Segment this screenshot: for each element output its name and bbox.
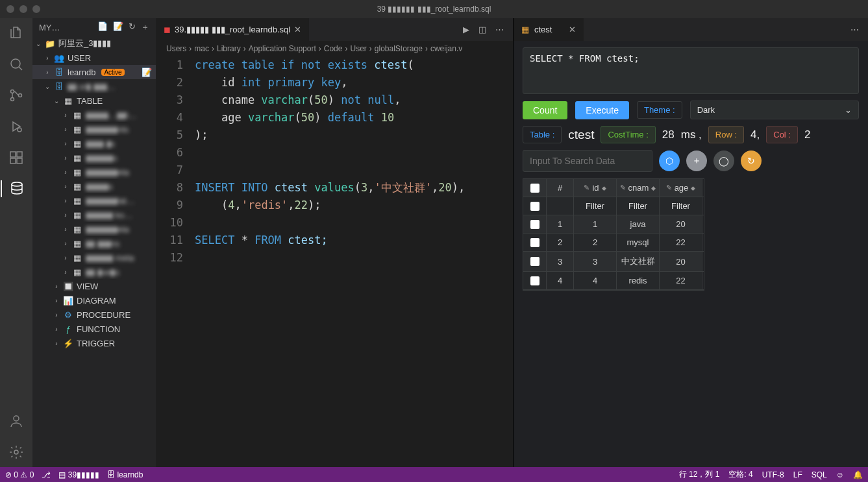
- col-age[interactable]: ✎age◆: [660, 179, 702, 197]
- search-icon[interactable]: [8, 56, 25, 73]
- table-row[interactable]: ›▦▮▮ ▮▮▮ns: [32, 236, 156, 250]
- select-all-checkbox[interactable]: [523, 179, 547, 197]
- add-connection-icon[interactable]: ＋: [141, 21, 149, 33]
- tab-sqlfile[interactable]: ◼ 39.▮▮▮▮▮ ▮▮▮_root_learndb.sql ✕: [156, 18, 309, 41]
- tab-ctest[interactable]: ▦ ctest ✕: [514, 18, 584, 41]
- col-id[interactable]: ✎id◆: [574, 179, 617, 197]
- sql-file-icon: ◼: [164, 25, 171, 34]
- table-row[interactable]: ›▦▮▮▮▮ ▮s: [32, 136, 156, 151]
- diagram-node[interactable]: ›📊DIAGRAM: [32, 293, 156, 307]
- col-index[interactable]: #: [547, 179, 574, 197]
- table-row[interactable]: ›▦▮▮▮▮▮▮▮nts: [32, 122, 156, 136]
- function-node[interactable]: ›ƒFUNCTION: [32, 322, 156, 336]
- table-row[interactable]: ›▦▮▮▮▮▮▮▮lat…: [32, 193, 156, 208]
- close-window-icon[interactable]: [6, 5, 14, 13]
- refresh-icon[interactable]: ↻: [129, 21, 136, 33]
- sidebar: MY… 📄 📝 ↻ ＋ ⌄📁阿里云_3▮▮▮▮ ›👥USER ›🗄learndb…: [32, 18, 156, 467]
- status-errors[interactable]: ⊘ 0 ⚠ 0: [5, 470, 34, 479]
- close-tab-icon[interactable]: ✕: [294, 25, 301, 34]
- status-encoding[interactable]: UTF-8: [762, 470, 784, 479]
- code-content[interactable]: create table if not exists ctest( id int…: [195, 56, 513, 467]
- filter-cell[interactable]: Filter: [660, 197, 702, 215]
- schema-node[interactable]: ⌄🗄▮▮ or▮ ▮▮▮…: [32, 79, 156, 93]
- status-lang[interactable]: SQL: [812, 470, 827, 479]
- execute-button[interactable]: Execute: [575, 101, 629, 119]
- trigger-node[interactable]: ›⚡TRIGGER: [32, 336, 156, 350]
- row-checkbox[interactable]: [523, 272, 547, 289]
- svg-rect-6: [10, 158, 16, 163]
- col-cname[interactable]: ✎cnam◆: [617, 179, 660, 197]
- table-row[interactable]: 1 1 java 20: [523, 215, 704, 234]
- status-cursor[interactable]: 行 12，列 1: [679, 469, 720, 480]
- close-tab-icon[interactable]: ✕: [569, 25, 576, 34]
- database-icon[interactable]: [1, 180, 32, 197]
- query-input[interactable]: [523, 47, 859, 94]
- connection-node[interactable]: ⌄📁阿里云_3▮▮▮▮: [32, 36, 156, 51]
- table-row[interactable]: 2 2 mysql 22: [523, 234, 704, 252]
- settings-gear-icon[interactable]: [8, 444, 25, 461]
- table-row[interactable]: ›▦▮▮▮▮▮▮▮eta: [32, 165, 156, 179]
- code-editor[interactable]: 123456789101112 create table if not exis…: [156, 56, 513, 467]
- table-row[interactable]: ›▦▮▮▮▮▮…▮▮t…: [32, 108, 156, 122]
- share-icon[interactable]: ⬡: [659, 151, 680, 171]
- tables-node[interactable]: ⌄▦TABLE: [32, 93, 156, 108]
- account-icon[interactable]: [8, 413, 25, 429]
- table-row[interactable]: ›▦▮▮▮▮▮▮s: [32, 151, 156, 165]
- window-controls: [6, 5, 40, 13]
- svg-rect-8: [17, 152, 22, 157]
- count-button[interactable]: Count: [523, 101, 567, 119]
- sidebar-title: MY…: [39, 23, 60, 32]
- add-row-icon[interactable]: ＋: [686, 151, 707, 171]
- table-row[interactable]: ›▦▮▮ ▮se▮s: [32, 265, 156, 279]
- table-row[interactable]: ›▦▮▮▮▮▮s: [32, 179, 156, 193]
- search-input[interactable]: [523, 150, 652, 172]
- edit-icon[interactable]: 📝: [142, 67, 152, 77]
- svg-point-0: [11, 59, 20, 68]
- procedure-node[interactable]: ›⚙PROCEDURE: [32, 307, 156, 322]
- table-row[interactable]: 3 3 中文社群 20: [523, 252, 704, 272]
- status-bell-icon[interactable]: 🔔: [853, 470, 863, 479]
- row-checkbox[interactable]: [523, 234, 547, 251]
- split-icon[interactable]: ◫: [478, 25, 486, 34]
- filter-cell[interactable]: Filter: [617, 197, 660, 215]
- table-row[interactable]: ›▦▮▮▮▮▮▮▮eta: [32, 222, 156, 236]
- svg-point-10: [14, 416, 19, 421]
- status-eol[interactable]: LF: [793, 470, 802, 479]
- reload-icon[interactable]: ↻: [741, 151, 762, 171]
- learndb-node[interactable]: ›🗄learndbActive📝: [32, 65, 156, 79]
- table-row[interactable]: ›▦▮▮▮▮▮▮ ko…: [32, 208, 156, 222]
- run-debug-icon[interactable]: [8, 118, 25, 135]
- new-file-icon[interactable]: 📄: [97, 21, 108, 33]
- status-spaces[interactable]: 空格: 4: [728, 469, 752, 480]
- costtime-label: CostTime :: [601, 126, 655, 143]
- source-control-icon[interactable]: [8, 87, 25, 104]
- status-git-icon[interactable]: ⎇: [42, 470, 51, 479]
- table-icon: ▦: [521, 25, 529, 34]
- run-icon[interactable]: ▶: [463, 25, 469, 34]
- activity-bar: [0, 18, 32, 467]
- minimize-window-icon[interactable]: [19, 5, 27, 13]
- row-count: 4,: [750, 128, 760, 141]
- maximize-window-icon[interactable]: [32, 5, 40, 13]
- table-row[interactable]: ›▦▮▮▮▮▮▮ meta: [32, 250, 156, 265]
- row-checkbox[interactable]: [523, 197, 547, 215]
- explorer-icon[interactable]: [8, 25, 25, 42]
- row-checkbox[interactable]: [523, 215, 547, 233]
- filter-icon[interactable]: ◯: [713, 151, 734, 171]
- view-node[interactable]: ›🔲VIEW: [32, 279, 156, 293]
- theme-select[interactable]: Dark⌄: [690, 101, 859, 119]
- more-icon[interactable]: ⋯: [495, 25, 504, 34]
- new-query-icon[interactable]: 📝: [113, 21, 123, 33]
- table-row[interactable]: 4 4 redis 22: [523, 272, 704, 290]
- filter-cell[interactable]: Filter: [574, 197, 617, 215]
- status-feedback-icon[interactable]: ☺: [836, 470, 844, 479]
- more-icon[interactable]: ⋯: [850, 25, 859, 34]
- svg-rect-5: [10, 152, 16, 157]
- breadcrumb[interactable]: Users›mac›Library›Application Support›Co…: [156, 41, 513, 56]
- extensions-icon[interactable]: [8, 149, 25, 166]
- user-node[interactable]: ›👥USER: [32, 51, 156, 65]
- svg-point-3: [19, 94, 22, 97]
- status-db[interactable]: 🗄 learndb: [107, 470, 143, 479]
- row-checkbox[interactable]: [523, 252, 547, 271]
- status-remote[interactable]: ▤ 39▮▮▮▮▮: [58, 470, 99, 479]
